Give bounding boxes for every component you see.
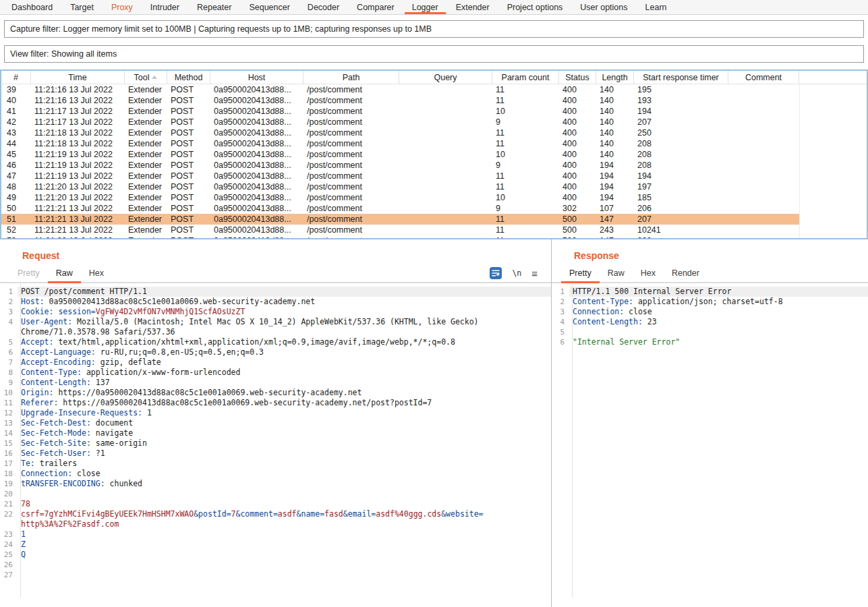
log-cell-time: 11:21:20 13 Jul 2022 bbox=[31, 192, 125, 203]
column-header-filler bbox=[799, 71, 867, 84]
column-header-host[interactable]: Host bbox=[210, 71, 303, 84]
menu-tab-repeater[interactable]: Repeater bbox=[188, 0, 240, 14]
log-cell-comment bbox=[728, 106, 799, 117]
column-header-label: Time bbox=[68, 73, 86, 82]
response-tab-hex[interactable]: Hex bbox=[633, 264, 664, 282]
log-row-48[interactable]: 4811:21:20 13 Jul 2022ExtenderPOST0a9500… bbox=[1, 181, 799, 192]
column-header-path[interactable]: Path bbox=[303, 71, 399, 84]
log-row-49[interactable]: 4911:21:20 13 Jul 2022ExtenderPOST0a9500… bbox=[1, 192, 799, 203]
column-header-time[interactable]: Time bbox=[31, 71, 125, 84]
column-header-status[interactable]: Status bbox=[559, 71, 596, 84]
log-row-52[interactable]: 5211:21:21 13 Jul 2022ExtenderPOST0a9500… bbox=[1, 225, 799, 235]
menu-tab-target[interactable]: Target bbox=[61, 0, 103, 14]
line-content: Host: 0a9500020413d88ac08c5c1e001a0069.w… bbox=[18, 297, 551, 307]
editor-line: 12Upgrade-Insecure-Requests: 1 bbox=[0, 408, 551, 418]
response-tabs: PrettyRawHexRender bbox=[561, 264, 707, 282]
column-header-length[interactable]: Length bbox=[596, 71, 634, 84]
log-row-47[interactable]: 4711:21:19 13 Jul 2022ExtenderPOST0a9500… bbox=[1, 171, 799, 181]
log-cell-query bbox=[399, 149, 492, 160]
column-header-label: Param count bbox=[502, 73, 550, 82]
menu-tab-decoder[interactable]: Decoder bbox=[299, 0, 348, 14]
log-row-45[interactable]: 4511:21:19 13 Jul 2022ExtenderPOST0a9500… bbox=[1, 149, 799, 160]
response-tab-pretty[interactable]: Pretty bbox=[561, 264, 600, 282]
menu-tab-learn[interactable]: Learn bbox=[637, 0, 676, 14]
column-header-method[interactable]: Method bbox=[167, 71, 210, 84]
log-cell-path: /post/comment bbox=[303, 214, 399, 225]
log-cell-length: 194 bbox=[596, 192, 634, 203]
editor-line: 1POST /post/comment HTTP/1.1 bbox=[0, 287, 551, 297]
log-cell-path: /post/comment bbox=[303, 106, 399, 117]
menu-tab-proxy[interactable]: Proxy bbox=[103, 0, 142, 14]
log-cell-tool: Extender bbox=[125, 149, 167, 160]
line-number: 13 bbox=[0, 418, 18, 428]
line-content: User-Agent: Mozilla/5.0 (Macintosh; Inte… bbox=[18, 317, 551, 337]
column-header-tool[interactable]: Tool bbox=[125, 71, 167, 84]
editor-menu-icon[interactable]: ≡ bbox=[531, 268, 538, 279]
log-cell-host: 0a9500020413d88... bbox=[210, 214, 303, 225]
capture-filter-bar[interactable]: Capture filter: Logger memory limit set … bbox=[4, 20, 864, 38]
word-wrap-toggle-icon[interactable] bbox=[490, 267, 502, 279]
editor-line: 2Content-Type: application/json; charset… bbox=[552, 297, 868, 307]
log-cell-param-count: 10 bbox=[492, 192, 559, 203]
response-tab-raw[interactable]: Raw bbox=[600, 264, 633, 282]
editor-line: 15Sec-Fetch-Site: same-origin bbox=[0, 438, 551, 449]
column-header-comment[interactable]: Comment bbox=[728, 71, 799, 84]
log-cell-start-response-timer: 206 bbox=[634, 203, 728, 214]
logger-table[interactable]: #TimeToolMethodHostPathQueryParam countS… bbox=[0, 69, 868, 239]
line-content: POST /post/comment HTTP/1.1 bbox=[18, 287, 551, 297]
menu-tab-logger[interactable]: Logger bbox=[403, 0, 447, 14]
column-divider bbox=[799, 84, 800, 239]
menu-tab-sequencer[interactable]: Sequencer bbox=[240, 0, 298, 14]
request-tab-raw[interactable]: Raw bbox=[48, 264, 81, 282]
menu-tab-project-options[interactable]: Project options bbox=[498, 0, 572, 14]
log-cell-comment bbox=[728, 171, 799, 181]
log-row-51[interactable]: 5111:21:21 13 Jul 2022ExtenderPOST0a9500… bbox=[1, 214, 799, 225]
log-cell-time: 11:21:21 13 Jul 2022 bbox=[31, 214, 125, 225]
log-row-39[interactable]: 3911:21:16 13 Jul 2022ExtenderPOST0a9500… bbox=[1, 84, 799, 95]
log-cell-query bbox=[399, 160, 492, 171]
request-tab-pretty[interactable]: Pretty bbox=[9, 264, 48, 282]
log-cell-length: 194 bbox=[596, 160, 634, 171]
line-content bbox=[569, 327, 868, 337]
response-editor[interactable]: 1HTTP/1.1 500 Internal Server Error2Cont… bbox=[552, 283, 868, 598]
menu-tab-comparer[interactable]: Comparer bbox=[348, 0, 403, 14]
log-row-43[interactable]: 4311:21:18 13 Jul 2022ExtenderPOST0a9500… bbox=[1, 127, 799, 138]
menu-tab-user-options[interactable]: User options bbox=[571, 0, 636, 14]
log-row-41[interactable]: 4111:21:17 13 Jul 2022ExtenderPOST0a9500… bbox=[1, 106, 799, 117]
column-header-param-count[interactable]: Param count bbox=[492, 71, 559, 84]
log-cell-path: /post/comment bbox=[303, 192, 399, 203]
log-cell-length: 140 bbox=[596, 149, 634, 160]
log-cell--: 48 bbox=[1, 181, 31, 192]
request-tab-hex[interactable]: Hex bbox=[81, 264, 112, 282]
request-editor[interactable]: 1POST /post/comment HTTP/1.12Host: 0a950… bbox=[0, 283, 551, 598]
column-header-label: Length bbox=[602, 73, 627, 82]
column-header--[interactable]: # bbox=[1, 71, 31, 84]
log-row-46[interactable]: 4611:21:19 13 Jul 2022ExtenderPOST0a9500… bbox=[1, 160, 799, 171]
log-cell-query bbox=[399, 171, 492, 181]
line-number: 14 bbox=[0, 428, 18, 438]
menu-tab-extender[interactable]: Extender bbox=[447, 0, 498, 14]
log-cell-method: POST bbox=[167, 214, 210, 225]
log-cell--: 46 bbox=[1, 160, 31, 171]
log-cell-path: /post/comment bbox=[303, 84, 399, 95]
log-cell-host: 0a9500020413d88... bbox=[210, 160, 303, 171]
log-cell-path: /post/comment bbox=[303, 138, 399, 149]
column-header-start-response-timer[interactable]: Start response timer bbox=[634, 71, 728, 84]
log-row-40[interactable]: 4011:21:16 13 Jul 2022ExtenderPOST0a9500… bbox=[1, 95, 799, 106]
menu-tab-intruder[interactable]: Intruder bbox=[142, 0, 188, 14]
log-cell-start-response-timer: 197 bbox=[634, 181, 728, 192]
editor-line: 20 bbox=[0, 489, 551, 499]
line-number: 21 bbox=[0, 499, 18, 509]
menu-tab-dashboard[interactable]: Dashboard bbox=[3, 0, 61, 14]
log-row-50[interactable]: 5011:21:21 13 Jul 2022ExtenderPOST0a9500… bbox=[1, 203, 799, 214]
editor-line: 6"Internal Server Error" bbox=[552, 337, 868, 347]
newline-marker-icon[interactable]: \n bbox=[512, 268, 521, 278]
view-filter-bar[interactable]: View filter: Showing all items bbox=[4, 45, 864, 63]
log-row-42[interactable]: 4211:21:17 13 Jul 2022ExtenderPOST0a9500… bbox=[1, 117, 799, 127]
column-header-label: Start response timer bbox=[643, 73, 719, 82]
column-header-query[interactable]: Query bbox=[399, 71, 492, 84]
log-row-44[interactable]: 4411:21:18 13 Jul 2022ExtenderPOST0a9500… bbox=[1, 138, 799, 149]
log-cell-path: /post/comment bbox=[303, 149, 399, 160]
response-tab-render[interactable]: Render bbox=[664, 264, 707, 282]
editor-line: 22csrf=7gYzhMCiFvi4gBEyUEEk7HmHSHM7xWAO&… bbox=[0, 509, 551, 529]
